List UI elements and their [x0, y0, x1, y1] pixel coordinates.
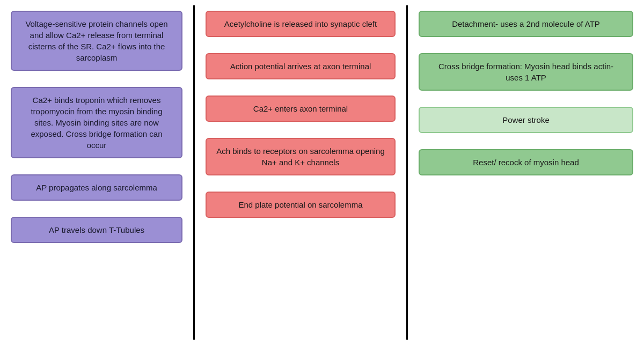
card-mid-3: Ca2+ enters axon terminal [206, 96, 396, 122]
card-right-3: Power stroke [419, 107, 633, 133]
card-right-1: Detachment- uses a 2nd molecule of ATP [419, 11, 633, 37]
card-left-1: Voltage-sensitive protein channels open … [11, 11, 182, 71]
card-left-2: Ca2+ binds troponin which removes tropom… [11, 87, 182, 158]
card-left-4: AP travels down T-Tubules [11, 217, 182, 243]
card-mid-1: Acetylcholine is released into synaptic … [206, 11, 396, 37]
column-right: Detachment- uses a 2nd molecule of ATP C… [408, 5, 644, 340]
column-left: Voltage-sensitive protein channels open … [0, 5, 193, 340]
main-container: Voltage-sensitive protein channels open … [0, 0, 644, 345]
card-left-3: AP propagates along sarcolemma [11, 174, 182, 201]
column-middle: Acetylcholine is released into synaptic … [193, 5, 408, 340]
card-mid-5: End plate potential on sarcolemma [206, 192, 396, 218]
card-right-4: Reset/ recock of myosin head [419, 149, 633, 175]
card-right-2: Cross bridge formation: Myosin head bind… [419, 53, 633, 91]
card-mid-2: Action potential arrives at axon termina… [206, 53, 396, 79]
card-mid-4: Ach binds to receptors on sarcolemma ope… [206, 138, 396, 175]
